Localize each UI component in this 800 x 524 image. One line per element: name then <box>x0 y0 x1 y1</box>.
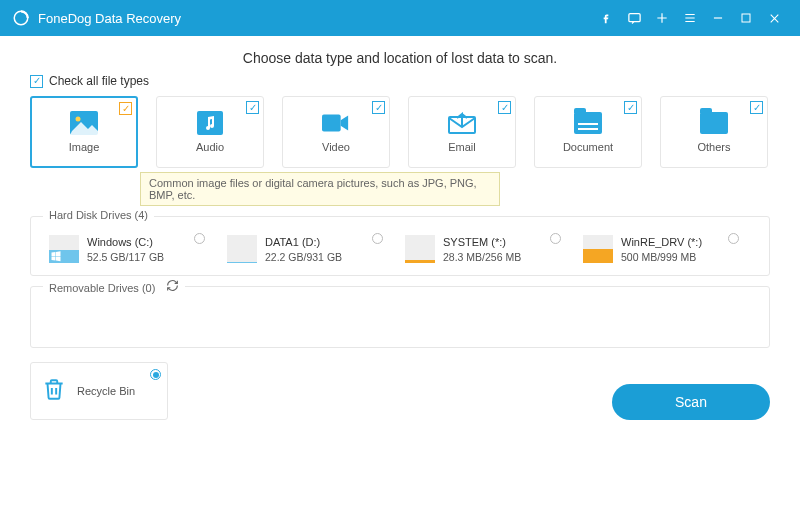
feedback-icon[interactable] <box>620 4 648 32</box>
svg-rect-6 <box>322 115 341 132</box>
check-all-row[interactable]: ✓ Check all file types <box>30 74 770 88</box>
hdd-legend: Hard Disk Drives (4) <box>43 209 154 221</box>
check-all-label: Check all file types <box>49 74 149 88</box>
drive-size: 28.3 MB/256 MB <box>443 250 521 265</box>
menu-icon[interactable] <box>676 4 704 32</box>
drive-item[interactable]: DATA1 (D:)22.2 GB/931 GB <box>227 235 377 265</box>
svg-point-4 <box>76 117 81 122</box>
removable-section: Removable Drives (0) <box>30 286 770 348</box>
page-heading: Choose data type and location of lost da… <box>30 50 770 66</box>
email-icon <box>448 111 476 135</box>
drive-name: SYSTEM (*:) <box>443 235 521 250</box>
minimize-icon[interactable] <box>704 4 732 32</box>
type-label: Video <box>322 141 350 153</box>
drive-usage-icon <box>49 235 79 263</box>
svg-rect-1 <box>628 13 639 21</box>
recycle-bin-card[interactable]: Recycle Bin <box>30 362 168 420</box>
type-card-image[interactable]: ✓ Image <box>30 96 138 168</box>
image-icon <box>70 111 98 135</box>
drive-name: WinRE_DRV (*:) <box>621 235 702 250</box>
recycle-radio[interactable] <box>150 369 161 380</box>
scan-button[interactable]: Scan <box>612 384 770 420</box>
video-icon <box>322 111 350 135</box>
drive-name: Windows (C:) <box>87 235 164 250</box>
drive-size: 52.5 GB/117 GB <box>87 250 164 265</box>
trash-icon <box>41 375 67 407</box>
maximize-icon[interactable] <box>732 4 760 32</box>
type-card-audio[interactable]: ✓ Audio <box>156 96 264 168</box>
others-icon <box>700 111 728 135</box>
recycle-label: Recycle Bin <box>77 385 135 397</box>
type-checkbox[interactable]: ✓ <box>498 101 511 114</box>
type-label: Email <box>448 141 476 153</box>
type-label: Document <box>563 141 613 153</box>
close-icon[interactable] <box>760 4 788 32</box>
check-all-checkbox[interactable]: ✓ <box>30 75 43 88</box>
type-card-video[interactable]: ✓ Video <box>282 96 390 168</box>
drive-usage-icon <box>405 235 435 263</box>
drive-usage-icon <box>227 235 257 263</box>
removable-legend: Removable Drives (0) <box>43 279 185 294</box>
drive-usage-icon <box>583 235 613 263</box>
type-checkbox[interactable]: ✓ <box>372 101 385 114</box>
type-checkbox[interactable]: ✓ <box>246 101 259 114</box>
drive-radio[interactable] <box>728 233 739 244</box>
type-label: Others <box>697 141 730 153</box>
type-checkbox[interactable]: ✓ <box>119 102 132 115</box>
drive-name: DATA1 (D:) <box>265 235 342 250</box>
type-tooltip: Common image files or digital camera pic… <box>140 172 500 206</box>
type-checkbox[interactable]: ✓ <box>750 101 763 114</box>
audio-icon <box>196 111 224 135</box>
drive-item[interactable]: SYSTEM (*:)28.3 MB/256 MB <box>405 235 555 265</box>
bottom-row: Recycle Bin Scan <box>30 362 770 420</box>
svg-rect-2 <box>742 14 750 22</box>
hdd-section: Hard Disk Drives (4) Windows (C:)52.5 GB… <box>30 216 770 276</box>
drive-size: 500 MB/999 MB <box>621 250 702 265</box>
titlebar: FoneDog Data Recovery <box>0 0 800 36</box>
plus-icon[interactable] <box>648 4 676 32</box>
refresh-icon[interactable] <box>166 279 179 292</box>
document-icon <box>574 111 602 135</box>
type-checkbox[interactable]: ✓ <box>624 101 637 114</box>
type-card-document[interactable]: ✓ Document <box>534 96 642 168</box>
drive-item[interactable]: Windows (C:)52.5 GB/117 GB <box>49 235 199 265</box>
drive-radio[interactable] <box>194 233 205 244</box>
type-card-others[interactable]: ✓ Others <box>660 96 768 168</box>
facebook-icon[interactable] <box>592 4 620 32</box>
drive-radio[interactable] <box>550 233 561 244</box>
type-card-email[interactable]: ✓ Email <box>408 96 516 168</box>
drive-size: 22.2 GB/931 GB <box>265 250 342 265</box>
type-label: Image <box>69 141 100 153</box>
type-label: Audio <box>196 141 224 153</box>
app-title: FoneDog Data Recovery <box>38 11 592 26</box>
file-type-row: ✓ Image ✓ Audio ✓ Video ✓ Email ✓ Docume… <box>30 96 770 168</box>
drive-item[interactable]: WinRE_DRV (*:)500 MB/999 MB <box>583 235 733 265</box>
app-logo-icon <box>12 9 30 27</box>
drive-radio[interactable] <box>372 233 383 244</box>
main-panel: Choose data type and location of lost da… <box>0 36 800 430</box>
